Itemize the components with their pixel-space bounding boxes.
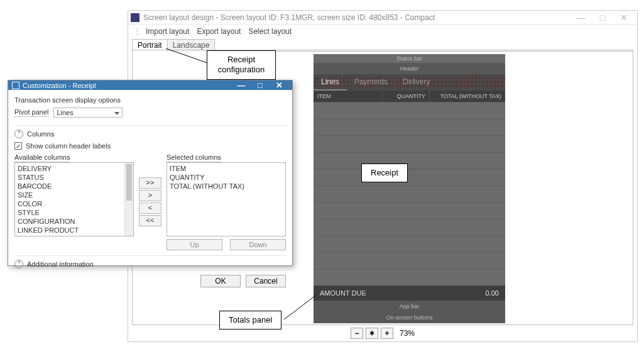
dialog-minimize-button[interactable]: — [232, 80, 251, 90]
customization-dialog: Customization - Receipt — □ ✕ Transactio… [8, 80, 293, 266]
list-item[interactable]: COLOR [18, 199, 131, 208]
preview-tabs: Lines Payments Delivery [314, 74, 505, 91]
preview-tab-lines[interactable]: Lines [314, 74, 347, 91]
list-item[interactable]: CONFIGURATION [18, 217, 131, 226]
menu-export[interactable]: Export layout [197, 27, 241, 36]
list-item[interactable]: QUANTITY [170, 173, 283, 182]
minimize-button[interactable]: — [570, 13, 592, 22]
chevron-down-icon: ˅ [14, 260, 23, 269]
show-labels-checkbox[interactable]: ✓ [14, 142, 22, 150]
section-heading: Transaction screen display options [14, 96, 286, 104]
preview-tab-payments[interactable]: Payments [347, 74, 395, 91]
chevron-up-icon: ˄ [14, 130, 23, 138]
list-item[interactable]: LINKED PRODUCT [18, 226, 131, 235]
pivot-select[interactable]: Lines [53, 108, 123, 118]
zoom-out-button[interactable]: − [351, 328, 363, 339]
dialog-icon [12, 82, 19, 89]
list-item[interactable]: BARCODE [18, 182, 131, 191]
col-quantity: QUANTITY [383, 91, 430, 102]
cancel-button[interactable]: Cancel [246, 275, 286, 287]
total-label: AMOUNT DUE [320, 289, 486, 297]
move-all-right-button[interactable]: >> [139, 177, 161, 189]
selected-listbox[interactable]: ITEM QUANTITY TOTAL (WITHOUT TAX) [166, 162, 286, 236]
move-left-button[interactable]: < [139, 203, 161, 214]
col-item: ITEM [314, 91, 383, 102]
close-button[interactable]: ✕ [613, 13, 635, 22]
dialog-maximize-button[interactable]: □ [251, 80, 270, 90]
move-right-button[interactable]: > [139, 190, 161, 201]
list-item[interactable]: ITEM [170, 164, 283, 173]
move-all-left-button[interactable]: << [139, 215, 161, 226]
menu-select[interactable]: Select layout [248, 27, 292, 36]
preview-column-headers: ITEM QUANTITY TOTAL (WITHOUT TAX) [314, 91, 505, 102]
scrollbar[interactable] [124, 163, 133, 236]
additional-info-label: Additional information [27, 260, 94, 268]
list-item[interactable]: STYLE [18, 208, 131, 217]
columns-expander[interactable]: ˄ Columns [14, 130, 286, 138]
dialog-title: Customization - Receipt [23, 82, 232, 89]
callout-receipt: Receipt [361, 164, 408, 182]
dialog-footer: OK Cancel [8, 271, 292, 292]
total-value: 0.00 [486, 289, 499, 297]
zoom-in-button[interactable]: + [381, 328, 393, 339]
move-up-button[interactable]: Up [166, 239, 222, 250]
preview-tab-delivery[interactable]: Delivery [395, 74, 437, 91]
ok-button[interactable]: OK [200, 275, 241, 287]
app-icon [131, 13, 139, 22]
dialog-titlebar: Customization - Receipt — □ ✕ [8, 80, 292, 90]
list-item[interactable]: DELIVERY [18, 164, 131, 173]
menu-import[interactable]: Import layout [146, 27, 189, 36]
preview-appbar: App bar [314, 301, 505, 312]
callout-receipt-config: Receiptconfiguration [207, 50, 276, 80]
show-labels-text: Show column header labels [26, 142, 111, 150]
preview-total-row: AMOUNT DUE 0.00 [314, 286, 505, 301]
preview-header: Header [314, 63, 505, 74]
available-listbox[interactable]: DELIVERY STATUS BARCODE SIZE COLOR STYLE… [14, 162, 134, 236]
receipt-preview[interactable]: Status bar Header Lines Payments Deliver… [314, 54, 505, 323]
list-item[interactable]: TOTAL (WITHOUT TAX) [170, 182, 283, 191]
list-item[interactable]: OFFER ID [18, 235, 131, 236]
menubar: ⋮ Import layout Export layout Select lay… [128, 25, 637, 37]
move-down-button[interactable]: Down [230, 239, 286, 250]
preview-rows [314, 102, 505, 286]
titlebar: Screen layout design - Screen layout ID:… [128, 11, 637, 25]
zoom-toolbar: − ✶ + 73% [128, 328, 637, 339]
preview-statusbar: Status bar [314, 54, 505, 63]
callout-totals-panel: Totals panel [219, 311, 281, 330]
preview-onscreen-buttons: On-screen buttons [314, 312, 505, 323]
zoom-value: 73% [400, 329, 415, 338]
maximize-button[interactable]: □ [592, 13, 613, 22]
additional-info-expander[interactable]: ˅ Additional information [14, 260, 286, 269]
pivot-label: Pivot panel [14, 108, 48, 117]
selected-heading: Selected columns [166, 153, 221, 162]
dialog-close-button[interactable]: ✕ [270, 80, 288, 90]
window-title: Screen layout design - Screen layout ID:… [143, 13, 570, 22]
list-item[interactable]: STATUS [18, 173, 131, 182]
columns-heading: Columns [27, 130, 54, 138]
col-total: TOTAL (WITHOUT TAX) [430, 91, 505, 102]
menu-separator-icon: ⋮ [133, 27, 141, 36]
available-heading: Available columns [14, 153, 70, 162]
list-item[interactable]: SIZE [18, 191, 131, 199]
zoom-fit-button[interactable]: ✶ [366, 328, 378, 339]
